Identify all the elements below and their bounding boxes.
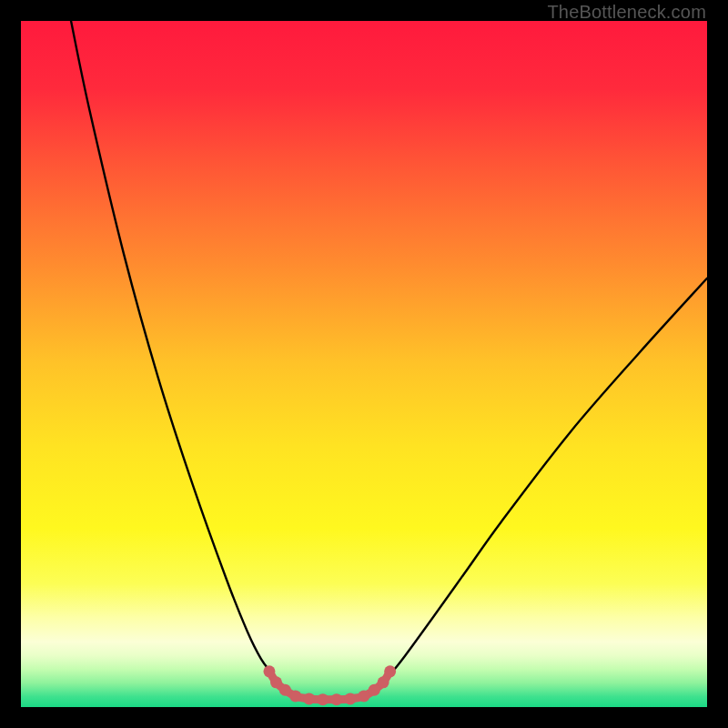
- valley-dot: [303, 693, 315, 704]
- curve-layer: [21, 21, 707, 707]
- valley-dot: [378, 676, 389, 688]
- valley-dot: [263, 665, 275, 677]
- bottleneck-curve-right: [329, 278, 707, 700]
- valley-dot: [279, 684, 291, 696]
- valley-dot: [289, 690, 301, 702]
- attribution-watermark: TheBottleneck.com: [547, 2, 706, 23]
- bottleneck-curve-left: [71, 21, 329, 700]
- plot-area: [21, 21, 707, 707]
- valley-dot: [359, 690, 370, 702]
- valley-dot: [344, 693, 356, 704]
- valley-dot: [384, 665, 396, 677]
- chart-frame: TheBottleneck.com: [0, 0, 728, 728]
- valley-dot: [330, 693, 342, 705]
- valley-dot: [317, 693, 329, 705]
